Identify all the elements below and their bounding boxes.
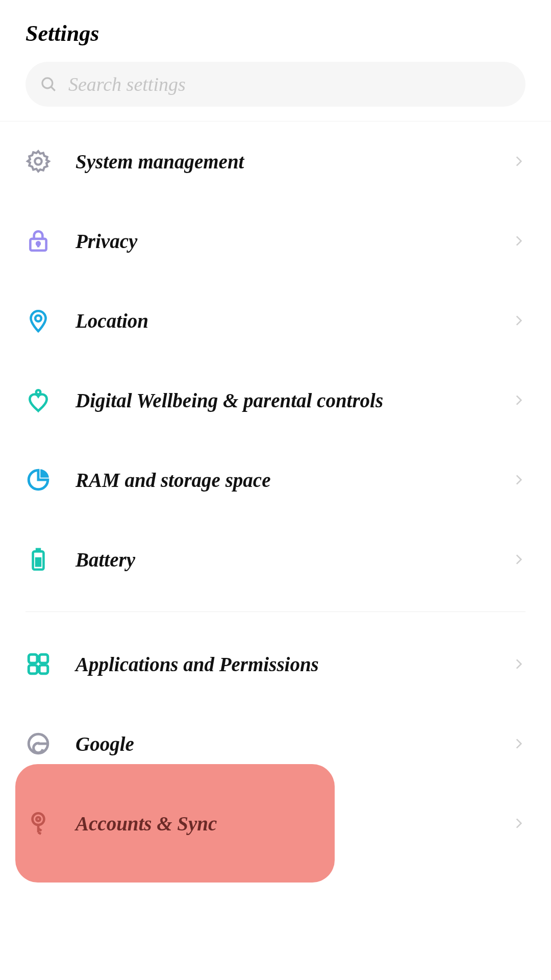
settings-item-battery[interactable]: Battery [0, 520, 551, 599]
settings-list: System management Privacy Location [0, 121, 551, 863]
chevron-right-icon [512, 817, 525, 830]
item-label: System management [76, 150, 512, 173]
item-label: Applications and Permissions [76, 653, 512, 676]
svg-point-2 [35, 158, 41, 164]
search-bar[interactable] [26, 62, 525, 107]
lock-icon [26, 228, 51, 254]
search-input[interactable] [68, 73, 511, 95]
google-icon [26, 731, 51, 756]
settings-item-applications-permissions[interactable]: Applications and Permissions [0, 624, 551, 704]
header: Settings [0, 0, 551, 62]
settings-item-privacy[interactable]: Privacy [0, 201, 551, 281]
chevron-right-icon [512, 553, 525, 566]
item-label: Location [76, 309, 512, 332]
svg-point-11 [33, 813, 44, 825]
item-label: RAM and storage space [76, 469, 512, 492]
pin-icon [26, 308, 51, 333]
svg-point-6 [35, 315, 41, 322]
chevron-right-icon [512, 314, 525, 327]
settings-item-location[interactable]: Location [0, 281, 551, 360]
svg-rect-10 [35, 557, 42, 567]
svg-line-1 [52, 87, 55, 91]
gear-icon [26, 149, 51, 174]
svg-point-4 [37, 242, 40, 245]
svg-point-0 [42, 78, 53, 88]
search-container [0, 62, 551, 121]
item-label: Battery [76, 548, 512, 571]
heart-person-icon [26, 387, 51, 413]
page-title: Settings [26, 20, 525, 46]
divider [26, 611, 525, 612]
settings-item-ram-storage[interactable]: RAM and storage space [0, 440, 551, 520]
chevron-right-icon [512, 473, 525, 486]
item-label: Digital Wellbeing & parental controls [76, 389, 512, 412]
apps-icon [26, 651, 51, 677]
item-label: Accounts & Sync [76, 812, 512, 835]
chevron-right-icon [512, 234, 525, 248]
key-icon [26, 811, 51, 836]
settings-item-accounts-sync[interactable]: Accounts & Sync [0, 783, 551, 863]
search-icon [40, 76, 57, 93]
item-label: Privacy [76, 230, 512, 253]
chevron-right-icon [512, 155, 525, 168]
settings-item-digital-wellbeing[interactable]: Digital Wellbeing & parental controls [0, 360, 551, 440]
chevron-right-icon [512, 657, 525, 671]
battery-icon [26, 547, 51, 572]
svg-point-12 [36, 817, 40, 821]
settings-item-system-management[interactable]: System management [0, 121, 551, 201]
item-label: Google [76, 732, 512, 755]
chevron-right-icon [512, 737, 525, 750]
chevron-right-icon [512, 394, 525, 407]
pie-chart-icon [26, 467, 51, 493]
